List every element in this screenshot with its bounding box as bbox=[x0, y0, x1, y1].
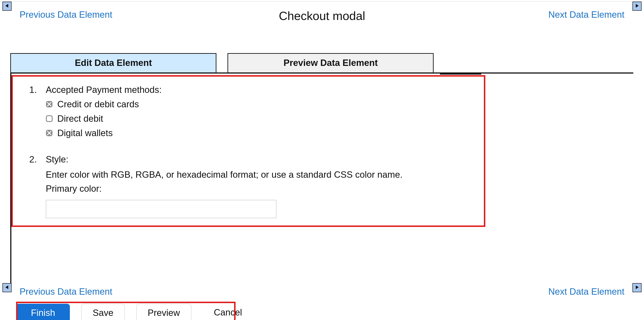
form-item-style: 2. Style: Enter color with RGB, RGBA, or… bbox=[29, 152, 476, 218]
bottom-nav-row: Previous Data Element Next Data Element bbox=[0, 282, 644, 298]
style-hint-text: Enter color with RGB, RGBA, or hexadecim… bbox=[46, 168, 476, 182]
actions-row: Finish Save Preview Cancel bbox=[16, 304, 644, 320]
prev-data-element-link-bottom[interactable]: Previous Data Element bbox=[20, 287, 112, 297]
checkbox-unchecked-icon bbox=[46, 115, 53, 122]
checkbox-label-direct-debit: Direct debit bbox=[57, 112, 103, 126]
svg-marker-0 bbox=[5, 4, 8, 7]
checkbox-row-digital-wallets[interactable]: Digital wallets bbox=[46, 126, 476, 140]
tab-edit-label: Edit Data Element bbox=[75, 58, 152, 68]
svg-marker-1 bbox=[636, 4, 639, 7]
checkbox-row-direct-debit[interactable]: Direct debit bbox=[46, 112, 476, 126]
triangle-right-icon bbox=[634, 3, 640, 9]
form-item-payment-methods: 1. Accepted Payment methods: Credit or d… bbox=[29, 83, 476, 140]
triangle-left-icon bbox=[4, 285, 10, 291]
next-data-element-link-bottom[interactable]: Next Data Element bbox=[548, 287, 624, 297]
next-data-element-link[interactable]: Next Data Element bbox=[548, 9, 624, 20]
panel-top-edge-segment bbox=[440, 73, 481, 74]
cancel-button[interactable]: Cancel bbox=[203, 304, 253, 320]
tabs: Edit Data Element Preview Data Element bbox=[10, 53, 644, 72]
tab-preview-data-element[interactable]: Preview Data Element bbox=[228, 53, 434, 72]
svg-marker-5 bbox=[5, 286, 8, 289]
svg-marker-6 bbox=[636, 286, 639, 289]
triangle-right-icon bbox=[634, 285, 640, 291]
prev-arrow-button-bottom[interactable] bbox=[2, 283, 12, 292]
top-nav-row: Previous Data Element Checkout modal Nex… bbox=[0, 2, 644, 22]
checkbox-checked-icon bbox=[46, 129, 53, 137]
checkbox-checked-icon bbox=[46, 101, 53, 108]
tab-edit-data-element[interactable]: Edit Data Element bbox=[10, 53, 216, 72]
tab-preview-label: Preview Data Element bbox=[284, 58, 378, 68]
next-arrow-button[interactable] bbox=[632, 2, 642, 11]
checkbox-label-digital-wallets: Digital wallets bbox=[57, 126, 113, 140]
item2-number: 2. bbox=[29, 152, 46, 218]
preview-button[interactable]: Preview bbox=[136, 304, 192, 320]
checkbox-row-credit-debit[interactable]: Credit or debit cards bbox=[46, 97, 476, 111]
primary-color-input[interactable] bbox=[46, 200, 276, 218]
prev-arrow-button[interactable] bbox=[2, 2, 12, 11]
item1-number: 1. bbox=[29, 83, 46, 140]
next-arrow-button-bottom[interactable] bbox=[632, 283, 642, 292]
primary-color-label: Primary color: bbox=[46, 182, 476, 196]
item2-heading: Style: bbox=[46, 152, 476, 166]
editor-panel: 1. Accepted Payment methods: Credit or d… bbox=[10, 72, 633, 282]
save-button[interactable]: Save bbox=[81, 304, 125, 320]
checkbox-label-credit-debit: Credit or debit cards bbox=[57, 97, 139, 111]
svg-rect-3 bbox=[46, 116, 52, 121]
edit-form-callout: 1. Accepted Payment methods: Credit or d… bbox=[11, 75, 485, 227]
triangle-left-icon bbox=[4, 3, 10, 9]
finish-button[interactable]: Finish bbox=[16, 304, 70, 320]
prev-data-element-link[interactable]: Previous Data Element bbox=[20, 9, 112, 20]
item1-heading: Accepted Payment methods: bbox=[46, 83, 476, 97]
